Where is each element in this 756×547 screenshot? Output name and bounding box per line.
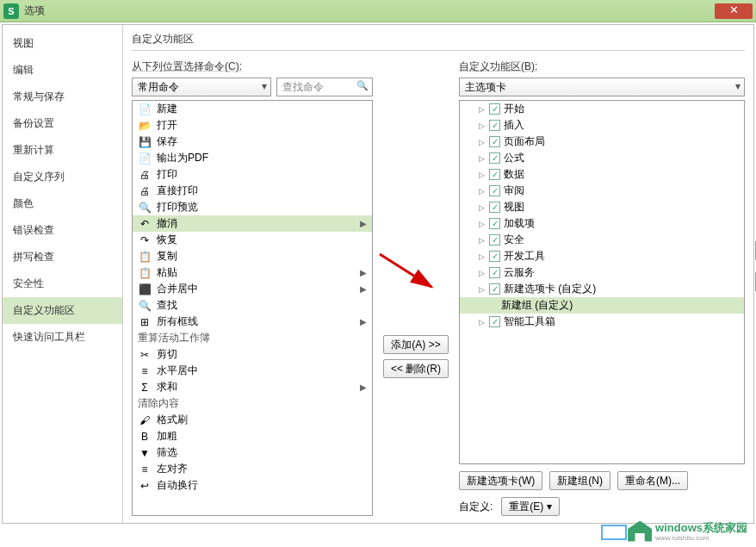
command-item[interactable]: 🔍查找 xyxy=(133,297,372,314)
command-label: 清除内容 xyxy=(138,396,179,411)
tree-item[interactable]: ▷✓智能工具箱 xyxy=(460,314,744,330)
sidebar-item[interactable]: 编辑 xyxy=(3,57,122,84)
expand-icon[interactable]: ▷ xyxy=(477,154,486,163)
custom-reset-row: 自定义: 重置(E) ▾ xyxy=(459,497,745,516)
checkbox[interactable]: ✓ xyxy=(489,202,500,213)
tree-item[interactable]: ▷✓安全 xyxy=(460,232,744,248)
command-item[interactable]: ✂剪切 xyxy=(133,346,372,363)
reset-button[interactable]: 重置(E) ▾ xyxy=(501,497,559,516)
command-item[interactable]: 📋复制 xyxy=(133,248,372,264)
command-item[interactable]: ⊞所有框线▶ xyxy=(133,314,372,330)
command-item[interactable]: 📂打开 xyxy=(133,117,372,134)
command-item[interactable]: Σ求和▶ xyxy=(133,379,372,395)
sidebar-item[interactable]: 自定义功能区 xyxy=(3,297,122,324)
checkbox[interactable]: ✓ xyxy=(489,169,500,180)
commands-source-dropdown[interactable]: 常用命令 xyxy=(132,78,271,96)
command-item[interactable]: ▼筛选 xyxy=(133,444,372,461)
tree-item[interactable]: ▷✓新建选项卡 (自定义) xyxy=(460,281,744,297)
command-item[interactable]: B加粗 xyxy=(133,428,372,444)
tree-item[interactable]: 新建组 (自定义) xyxy=(460,297,744,314)
command-item[interactable]: 💾保存 xyxy=(133,134,372,150)
command-item[interactable]: ↩自动换行 xyxy=(133,477,372,494)
tree-item[interactable]: ▷✓加载项 xyxy=(460,215,744,232)
checkbox[interactable]: ✓ xyxy=(489,152,500,164)
command-label: 撤消 xyxy=(157,216,177,231)
close-button[interactable]: ✕ xyxy=(715,3,753,19)
tree-item[interactable]: ▷✓数据 xyxy=(460,166,744,183)
sidebar-item[interactable]: 安全性 xyxy=(3,270,122,297)
tree-item[interactable]: ▷✓云服务 xyxy=(460,264,744,281)
command-item[interactable]: 重算活动工作簿 xyxy=(133,330,372,346)
command-item[interactable]: 清除内容 xyxy=(133,395,372,412)
command-item[interactable]: 🔍打印预览 xyxy=(133,199,372,215)
expand-icon[interactable]: ▷ xyxy=(477,236,486,245)
checkbox[interactable]: ✓ xyxy=(489,283,500,295)
expand-icon[interactable]: ▷ xyxy=(477,220,486,228)
ribbon-column: 自定义功能区(B): 主选项卡 ▷✓开始▷✓插入▷✓页面布局▷✓公式▷✓数据▷✓… xyxy=(459,59,745,516)
tree-item[interactable]: ▷✓开始 xyxy=(460,101,744,117)
command-item[interactable]: 📋粘贴▶ xyxy=(133,264,372,281)
sidebar-item[interactable]: 自定义序列 xyxy=(3,164,122,190)
tree-item[interactable]: ▷✓视图 xyxy=(460,199,744,215)
expand-icon[interactable]: ▷ xyxy=(477,285,486,294)
tree-item[interactable]: ▷✓开发工具 xyxy=(460,248,744,264)
sidebar-item[interactable]: 备份设置 xyxy=(3,110,122,137)
command-item[interactable]: 🖌格式刷 xyxy=(133,412,372,428)
tree-item[interactable]: ▷✓插入 xyxy=(460,117,744,134)
expand-icon[interactable]: ▷ xyxy=(477,269,486,277)
command-item[interactable]: ≡左对齐 xyxy=(133,461,372,477)
command-label: 重算活动工作簿 xyxy=(138,331,210,345)
checkbox[interactable]: ✓ xyxy=(489,185,500,196)
dialog-body: 视图编辑常规与保存备份设置重新计算自定义序列颜色错误检查拼写检查安全性自定义功能… xyxy=(2,24,754,524)
sidebar-item[interactable]: 常规与保存 xyxy=(3,84,122,110)
expand-icon[interactable]: ▷ xyxy=(477,187,486,196)
expand-icon[interactable]: ▷ xyxy=(477,252,486,261)
command-item[interactable]: ↶撤消▶ xyxy=(133,215,372,232)
rename-button[interactable]: 重命名(M)... xyxy=(617,471,688,490)
sidebar-item[interactable]: 快速访问工具栏 xyxy=(3,324,122,351)
remove-button[interactable]: << 删除(R) xyxy=(383,359,449,378)
command-item[interactable]: ⬛合并居中▶ xyxy=(133,281,372,297)
columns: 从下列位置选择命令(C): 常用命令 查找命令 📄新建📂打开💾保存📄输出为PDF… xyxy=(132,59,745,516)
command-label: 打印 xyxy=(157,167,177,182)
expand-icon[interactable]: ▷ xyxy=(477,318,486,326)
new-tab-button[interactable]: 新建选项卡(W) xyxy=(459,471,542,490)
tree-item[interactable]: ▷✓页面布局 xyxy=(460,134,744,150)
command-item[interactable]: 🖨打印 xyxy=(133,166,372,183)
command-item[interactable]: ↷恢复 xyxy=(133,232,372,248)
sidebar-item[interactable]: 视图 xyxy=(3,30,122,57)
checkbox[interactable]: ✓ xyxy=(489,316,500,327)
sidebar-item[interactable]: 颜色 xyxy=(3,190,122,217)
sidebar-item[interactable]: 拼写检查 xyxy=(3,244,122,270)
commands-list[interactable]: 📄新建📂打开💾保存📄输出为PDF🖨打印🖨直接打印🔍打印预览↶撤消▶↷恢复📋复制📋… xyxy=(132,100,373,516)
red-arrow-annotation xyxy=(376,252,445,304)
checkbox[interactable]: ✓ xyxy=(489,120,500,131)
submenu-arrow-icon: ▶ xyxy=(360,268,367,277)
checkbox[interactable]: ✓ xyxy=(489,136,500,147)
expand-icon[interactable]: ▷ xyxy=(477,138,486,146)
checkbox[interactable]: ✓ xyxy=(489,267,500,278)
command-item[interactable]: ≡水平居中 xyxy=(133,363,372,379)
ribbon-tree[interactable]: ▷✓开始▷✓插入▷✓页面布局▷✓公式▷✓数据▷✓审阅▷✓视图▷✓加载项▷✓安全▷… xyxy=(459,100,745,464)
command-label: 输出为PDF xyxy=(157,151,208,165)
sidebar-item[interactable]: 重新计算 xyxy=(3,137,122,164)
expand-icon[interactable]: ▷ xyxy=(477,105,486,114)
checkbox[interactable]: ✓ xyxy=(489,234,500,246)
expand-icon[interactable]: ▷ xyxy=(477,203,486,212)
checkbox[interactable]: ✓ xyxy=(489,251,500,262)
search-commands-input[interactable]: 查找命令 xyxy=(276,78,373,96)
command-item[interactable]: 📄输出为PDF xyxy=(133,150,372,166)
tree-item[interactable]: ▷✓公式 xyxy=(460,150,744,166)
checkbox[interactable]: ✓ xyxy=(489,103,500,115)
new-group-button[interactable]: 新建组(N) xyxy=(549,471,610,490)
expand-icon[interactable]: ▷ xyxy=(477,121,486,130)
submenu-arrow-icon: ▶ xyxy=(360,317,367,326)
expand-icon[interactable]: ▷ xyxy=(477,171,486,179)
command-item[interactable]: 🖨直接打印 xyxy=(133,183,372,199)
command-item[interactable]: 📄新建 xyxy=(133,101,372,117)
add-button[interactable]: 添加(A) >> xyxy=(383,335,448,354)
ribbon-tabs-dropdown[interactable]: 主选项卡 xyxy=(459,78,745,96)
sidebar-item[interactable]: 错误检查 xyxy=(3,217,122,244)
tree-item[interactable]: ▷✓审阅 xyxy=(460,183,744,199)
checkbox[interactable]: ✓ xyxy=(489,218,500,229)
